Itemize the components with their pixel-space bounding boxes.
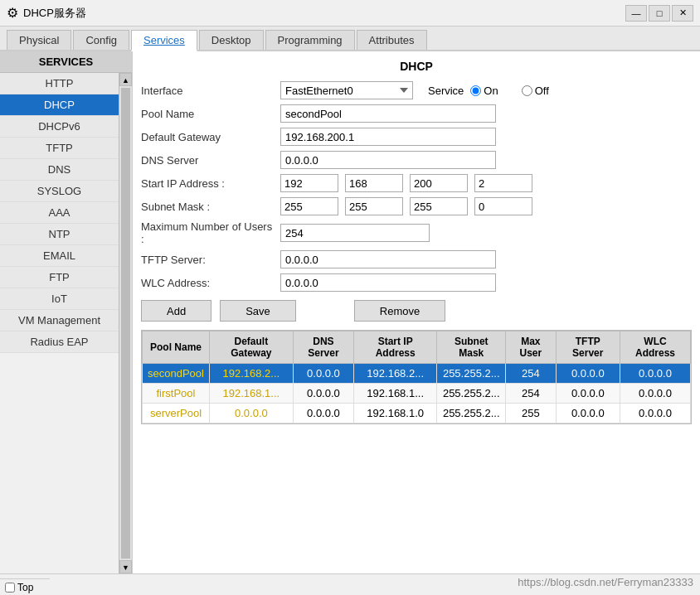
table-cell: 192.168.1... (209, 384, 293, 404)
table-row[interactable]: serverPool0.0.0.00.0.0.0192.168.1.0255.2… (143, 404, 691, 423)
sidebar-item-http[interactable]: HTTP (0, 73, 119, 94)
start-ip-octet-3[interactable] (410, 174, 468, 192)
tab-attributes[interactable]: Attributes (357, 30, 427, 50)
bottom-left: Top (0, 578, 50, 595)
sidebar-item-aaa[interactable]: AAA (0, 202, 119, 224)
sidebar-item-ftp[interactable]: FTP (0, 267, 119, 288)
scroll-thumb[interactable] (121, 88, 130, 559)
section-title: DHCP (141, 60, 692, 73)
pool-name-label: Pool Name (141, 108, 274, 120)
pool-table: Pool Name Default Gateway DNS Server Sta… (141, 330, 692, 424)
table-cell: 0.0.0.0 (620, 364, 691, 384)
table-cell: 255 (506, 404, 556, 423)
top-checkbox[interactable] (5, 583, 15, 593)
interface-label: Interface (141, 85, 274, 97)
service-off-radio[interactable]: Off (522, 85, 549, 97)
col-tftp-server: TFTP Server (556, 331, 620, 364)
col-dns-server: DNS Server (293, 331, 353, 364)
sidebar-item-email[interactable]: EMAIL (0, 245, 119, 267)
dns-server-label: DNS Server (141, 154, 274, 167)
interface-service-row: Interface FastEthernet0 Service On Off (141, 81, 692, 99)
subnet-mask-row: Subnet Mask : (141, 197, 692, 215)
main-content: SERVICES HTTP DHCP DHCPv6 TFTP DNS SYSLO… (0, 51, 700, 573)
service-label: Service (428, 85, 464, 97)
sidebar-scrollbar: ▲ ▼ (119, 73, 132, 573)
max-users-row: Maximum Number of Users : (141, 220, 692, 245)
interface-select[interactable]: FastEthernet0 (280, 81, 413, 99)
table-row[interactable]: secondPool192.168.2...0.0.0.0192.168.2..… (143, 364, 691, 384)
subnet-octet-3[interactable] (410, 197, 468, 215)
table-cell: 192.168.1.0 (354, 404, 437, 423)
start-ip-octet-2[interactable] (345, 174, 403, 192)
tab-programming[interactable]: Programming (265, 30, 355, 50)
wlc-address-input[interactable] (280, 273, 496, 292)
scroll-down-btn[interactable]: ▼ (119, 560, 132, 573)
sidebar-item-tftp[interactable]: TFTP (0, 138, 119, 159)
maximize-button[interactable]: □ (649, 5, 670, 22)
wlc-address-label: WLC Address: (141, 277, 274, 289)
start-ip-octet-4[interactable] (474, 174, 532, 192)
table-cell: 255.255.2... (437, 364, 506, 384)
tftp-server-label: TFTP Server: (141, 254, 274, 266)
start-ip-label: Start IP Address : (141, 177, 274, 190)
save-button[interactable]: Save (220, 300, 296, 322)
add-button[interactable]: Add (141, 300, 211, 322)
sidebar-item-ntp[interactable]: NTP (0, 224, 119, 245)
table-cell: 0.0.0.0 (209, 404, 293, 423)
table-cell: 0.0.0.0 (293, 364, 353, 384)
sidebar-item-syslog[interactable]: SYSLOG (0, 181, 119, 202)
col-start-ip: Start IP Address (354, 331, 437, 364)
table-cell: 0.0.0.0 (620, 384, 691, 404)
start-ip-octet-1[interactable] (280, 174, 338, 192)
tftp-server-input[interactable] (280, 250, 496, 268)
table-cell: 0.0.0.0 (556, 404, 620, 423)
pool-name-input[interactable] (280, 104, 496, 123)
sidebar-item-vm[interactable]: VM Management (0, 310, 119, 331)
table-cell: secondPool (143, 364, 210, 384)
tab-config[interactable]: Config (73, 30, 129, 50)
start-ip-row: Start IP Address : (141, 174, 692, 192)
tab-desktop[interactable]: Desktop (199, 30, 264, 50)
tab-bar: Physical Config Services Desktop Program… (0, 27, 700, 51)
col-default-gateway: Default Gateway (209, 331, 293, 364)
sidebar-item-iot[interactable]: IoT (0, 288, 119, 310)
col-wlc-address: WLC Address (620, 331, 691, 364)
subnet-octet-2[interactable] (345, 197, 403, 215)
sidebar-item-dhcpv6[interactable]: DHCPv6 (0, 116, 119, 138)
table-row[interactable]: firstPool192.168.1...0.0.0.0192.168.1...… (143, 384, 691, 404)
service-on-input[interactable] (470, 85, 481, 96)
service-off-label: Off (535, 85, 549, 97)
remove-button[interactable]: Remove (354, 300, 445, 322)
table-cell: 192.168.2... (354, 364, 437, 384)
dns-server-input[interactable] (280, 151, 496, 169)
scroll-up-btn[interactable]: ▲ (119, 73, 132, 86)
tab-physical[interactable]: Physical (7, 30, 71, 50)
button-row: Add Save Remove (141, 300, 692, 322)
tftp-server-row: TFTP Server: (141, 250, 692, 268)
sidebar-item-radius[interactable]: Radius EAP (0, 331, 119, 353)
table-cell: 255.255.2... (437, 384, 506, 404)
minimize-button[interactable]: — (625, 5, 647, 22)
max-users-label: Maximum Number of Users : (141, 220, 274, 245)
sidebar-header: SERVICES (0, 51, 132, 73)
table-cell: firstPool (143, 384, 210, 404)
default-gateway-input[interactable] (280, 128, 496, 146)
bottom-bar: https://blog.csdn.net/Ferryman23333 (0, 573, 700, 590)
subnet-octet-1[interactable] (280, 197, 338, 215)
service-off-input[interactable] (522, 85, 532, 96)
wlc-address-row: WLC Address: (141, 273, 692, 292)
subnet-mask-label: Subnet Mask : (141, 201, 274, 213)
subnet-octet-4[interactable] (474, 197, 532, 215)
table-cell: 192.168.1... (354, 384, 437, 404)
title-bar: ⚙ DHCP服务器 — □ ✕ (0, 0, 700, 27)
sidebar-item-dns[interactable]: DNS (0, 159, 119, 181)
sidebar-item-dhcp[interactable]: DHCP (0, 94, 119, 116)
service-on-radio[interactable]: On (470, 85, 498, 97)
top-label: Top (17, 582, 33, 593)
close-button[interactable]: ✕ (672, 5, 693, 22)
title-bar-left: ⚙ DHCP服务器 (7, 5, 86, 21)
default-gateway-row: Default Gateway (141, 128, 692, 146)
tab-services[interactable]: Services (131, 30, 197, 51)
table-cell: 254 (506, 384, 556, 404)
max-users-input[interactable] (280, 224, 430, 242)
